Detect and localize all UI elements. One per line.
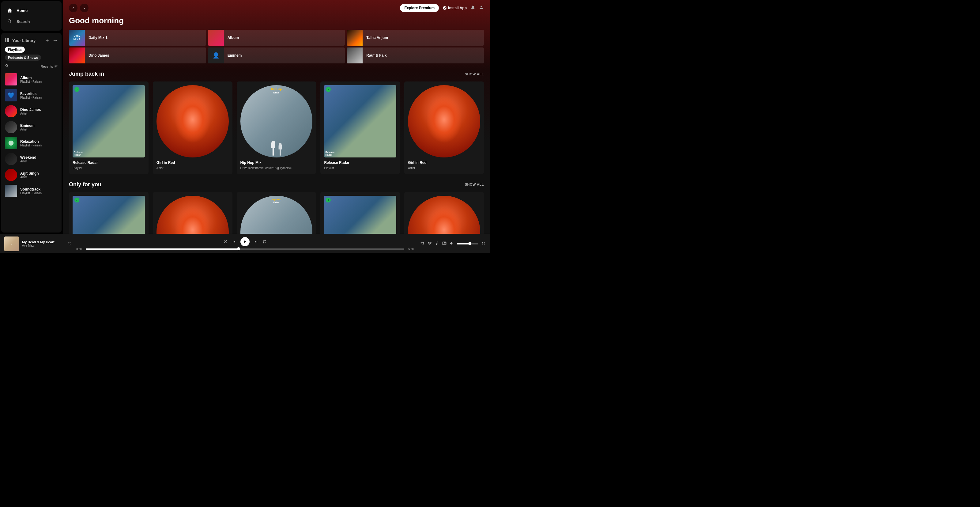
picture-in-picture-icon[interactable] — [442, 241, 447, 247]
library-item-thumb — [5, 169, 17, 181]
home-icon — [7, 7, 13, 13]
user-icon[interactable] — [479, 5, 484, 11]
library-item-info: Album Playlist · Faizan — [20, 76, 41, 83]
card-thumb: Hip-Hop Drive — [240, 196, 313, 234]
card-sub: Drive slow homie. cover: Big Tymers< — [240, 166, 313, 170]
lyrics-icon[interactable] — [435, 241, 439, 247]
repeat-btn[interactable] — [262, 239, 267, 244]
filter-podcasts[interactable]: Podcasts & Shows — [5, 54, 41, 61]
scroll-area[interactable]: Good morning DailyMix 1 Daily Mix 1 Albu… — [63, 16, 490, 234]
library-item-info: Arjit Singh Artist — [20, 171, 39, 179]
library-search-row: Recents — [1, 64, 62, 72]
quick-card-thumb — [69, 48, 85, 64]
list-item[interactable]: Arjit Singh Artist — [2, 167, 60, 183]
card-title: Release Radar — [324, 161, 396, 165]
card[interactable] — [153, 192, 232, 234]
recents-sort-btn[interactable]: Recents — [41, 65, 58, 68]
quick-card[interactable]: Rauf & Faik — [347, 48, 484, 64]
only-for-you-show-all[interactable]: Show all — [465, 183, 484, 186]
list-item[interactable]: 💙 Favorites Playlist · Faizan — [2, 87, 60, 103]
volume-icon[interactable] — [450, 241, 454, 246]
library-item-thumb — [5, 153, 17, 165]
card-title: Hip Hop Mix — [240, 161, 313, 165]
play-pause-btn[interactable] — [240, 237, 250, 246]
progress-bar[interactable] — [86, 249, 404, 250]
list-item[interactable]: Weekend Artist — [2, 151, 60, 167]
card-thumb: Hip-Hop Drive — [240, 85, 313, 158]
card-thumb: ♪ ReleaseRadar — [73, 196, 145, 234]
quick-card[interactable]: Album — [208, 30, 345, 46]
library-item-name: Soundtrack — [20, 187, 41, 191]
quick-card-thumb — [208, 30, 224, 46]
card-thumb — [156, 85, 229, 158]
search-icon — [7, 18, 13, 24]
library-header: Your Library ＋ → — [1, 33, 62, 46]
np-title: My Head & My Heart — [22, 240, 65, 244]
card[interactable]: ♪ ReleaseRadar — [69, 192, 148, 234]
card[interactable]: Hip-Hop Drive — [237, 192, 317, 234]
quick-card-label: Rauf & Faik — [366, 53, 387, 57]
recents-label-text: Recents — [41, 65, 53, 68]
volume-fill — [457, 243, 470, 244]
library-add-btn[interactable]: ＋ — [45, 37, 50, 44]
card[interactable]: ♪ ReleaseRadar — [320, 192, 400, 234]
card[interactable]: Hip-Hop Drive Hip Hop Mix Drive slow hom… — [237, 81, 317, 174]
install-app-label: Install App — [448, 6, 467, 10]
explore-premium-btn[interactable]: Explore Premium — [400, 4, 439, 12]
library-item-thumb — [5, 105, 17, 117]
topbar-nav: ‹ › — [69, 4, 89, 12]
list-item[interactable]: Album Playlist · Faizan — [2, 72, 60, 87]
library-item-sub: Playlist · Faizan — [20, 96, 41, 99]
library-item-thumb: 💙 — [5, 89, 17, 101]
quick-card[interactable]: DailyMix 1 Daily Mix 1 — [69, 30, 206, 46]
quick-card-label: Daily Mix 1 — [89, 35, 108, 40]
notifications-icon[interactable] — [470, 5, 475, 11]
jump-back-show-all[interactable]: Show all — [465, 72, 484, 76]
library-expand-btn[interactable]: → — [52, 37, 58, 44]
card[interactable]: Girl in Red Artist — [153, 81, 232, 174]
library-title-btn[interactable]: Your Library — [5, 38, 35, 43]
queue-icon[interactable] — [420, 241, 425, 247]
quick-card-label: Talha Anjum — [366, 35, 388, 40]
list-item[interactable]: Dino James Artist — [2, 103, 60, 119]
library-title-text: Your Library — [12, 38, 35, 43]
quick-card-label: Eminem — [228, 53, 242, 57]
library-item-thumb — [5, 121, 17, 133]
quick-card[interactable]: Talha Anjum — [347, 30, 484, 46]
jump-back-cards: ♪ ReleaseRadar Release Radar Playlist Gi… — [69, 81, 484, 174]
library-search-icon[interactable] — [5, 64, 9, 69]
progress-row: 0:00 5:00 — [75, 247, 415, 250]
library-item-sub: Playlist · Faizan — [20, 80, 41, 83]
prev-btn[interactable] — [232, 239, 236, 244]
now-playing-thumb: ♪ — [4, 236, 19, 251]
nav-back-btn[interactable]: ‹ — [69, 4, 78, 12]
card[interactable]: ♪ ReleaseRadar Release Radar Playlist — [320, 81, 400, 174]
install-app-btn[interactable]: Install App — [442, 6, 467, 10]
filter-playlists[interactable]: Playlists — [5, 46, 25, 53]
connect-icon[interactable] — [428, 241, 432, 247]
heart-btn[interactable]: ♡ — [68, 241, 72, 246]
quick-card-thumb: DailyMix 1 — [69, 30, 85, 46]
library-item-info: Favorites Playlist · Faizan — [20, 92, 41, 99]
library-section: Your Library ＋ → Playlists Podcasts & Sh… — [1, 33, 62, 233]
card-thumb: ♪ ReleaseRadar — [324, 85, 396, 158]
library-item-sub: Artist — [20, 112, 41, 115]
fullscreen-icon[interactable] — [481, 241, 486, 247]
card[interactable] — [404, 192, 484, 234]
volume-bar[interactable] — [457, 243, 478, 244]
nav-forward-btn[interactable]: › — [80, 4, 89, 12]
list-item[interactable]: Eminem Artist — [2, 119, 60, 135]
card[interactable]: ♪ ReleaseRadar Release Radar Playlist — [69, 81, 148, 174]
list-item[interactable]: Soundtrack Playlist · Faizan — [2, 183, 60, 199]
library-item-sub: Playlist · Faizan — [20, 191, 41, 195]
sidebar-item-search[interactable]: Search — [4, 16, 59, 27]
sidebar-item-home[interactable]: Home — [4, 5, 59, 16]
next-btn[interactable] — [254, 239, 258, 244]
list-item[interactable]: Relaxation Playlist · Faizan — [2, 135, 60, 151]
quick-card[interactable]: 👤 Eminem — [208, 48, 345, 64]
shuffle-btn[interactable] — [223, 239, 228, 244]
card[interactable]: Girl in Red Artist — [404, 81, 484, 174]
now-playing: ♪ My Head & My Heart Ava Max ♡ — [4, 236, 72, 251]
library-item-sub: Artist — [20, 175, 39, 179]
quick-card[interactable]: Dino James — [69, 48, 206, 64]
